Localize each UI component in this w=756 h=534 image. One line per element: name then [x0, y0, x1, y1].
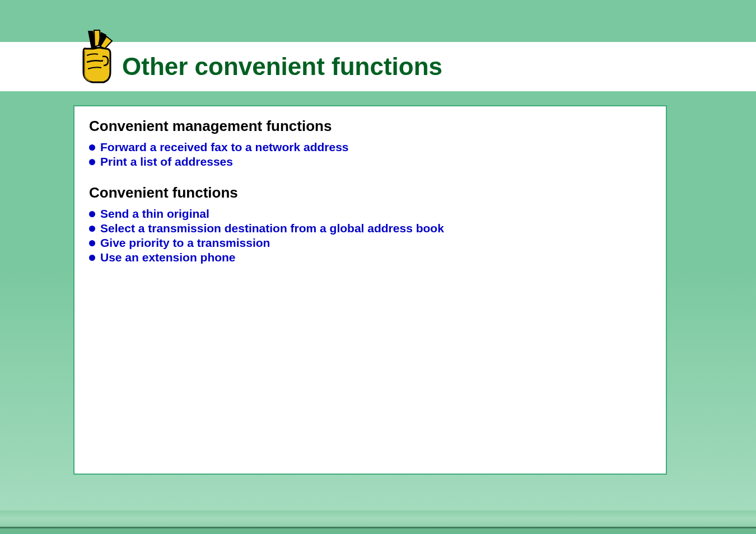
victory-hand-icon	[76, 29, 118, 85]
link-global-address-book[interactable]: Select a transmission destination from a…	[100, 222, 444, 235]
list-item: Forward a received fax to a network addr…	[89, 140, 651, 154]
list-item: Use an extension phone	[89, 251, 651, 264]
content-panel: Convenient management functions Forward …	[73, 105, 667, 475]
section-title-management: Convenient management functions	[89, 118, 651, 135]
bullet-icon	[89, 159, 95, 165]
bullet-icon	[89, 255, 95, 261]
link-extension-phone[interactable]: Use an extension phone	[100, 251, 236, 264]
link-send-thin-original[interactable]: Send a thin original	[100, 207, 209, 221]
link-print-addresses[interactable]: Print a list of addresses	[100, 155, 233, 168]
title-band: Other convenient functions	[0, 42, 756, 91]
section-title-convenient: Convenient functions	[89, 184, 651, 202]
page-title: Other convenient functions	[0, 53, 442, 81]
link-list-management: Forward a received fax to a network addr…	[89, 140, 651, 168]
list-item: Send a thin original	[89, 207, 651, 221]
list-item: Print a list of addresses	[89, 155, 651, 168]
bullet-icon	[89, 144, 95, 151]
link-forward-fax[interactable]: Forward a received fax to a network addr…	[100, 140, 349, 154]
link-list-convenient: Send a thin original Select a transmissi…	[89, 207, 651, 264]
bullet-icon	[89, 240, 95, 246]
bottom-strip	[0, 510, 756, 527]
bullet-icon	[89, 226, 95, 232]
list-item: Give priority to a transmission	[89, 236, 651, 250]
link-priority-transmission[interactable]: Give priority to a transmission	[100, 236, 270, 250]
bullet-icon	[89, 211, 95, 217]
bottom-dark-line	[0, 527, 756, 528]
list-item: Select a transmission destination from a…	[89, 222, 651, 235]
